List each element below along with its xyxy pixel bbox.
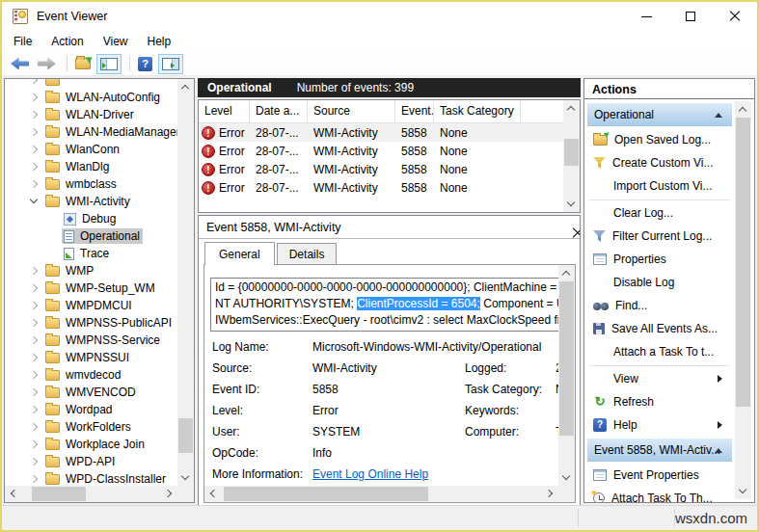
action-item[interactable]: Properties (585, 248, 734, 271)
scroll-up-icon[interactable] (558, 265, 575, 281)
tree-item[interactable]: wmvdecod (5, 366, 177, 384)
menu-view[interactable]: View (94, 32, 138, 51)
tree-item[interactable]: Trace (5, 245, 177, 262)
forward-arrow-button[interactable] (35, 55, 59, 73)
tree-item[interactable]: WlanConn (5, 141, 177, 158)
event-row[interactable]: Error 28-07-... WMI-Activity 5858 None (199, 123, 580, 142)
action-item[interactable]: Refresh (585, 390, 734, 413)
chevron-icon[interactable] (30, 353, 40, 362)
scrollbar-thumb[interactable] (224, 487, 428, 501)
action-item[interactable]: Import Custom Vi... (585, 174, 734, 198)
open-saved-log-button[interactable] (72, 55, 94, 72)
tree-item[interactable]: WMI-Activity (5, 193, 177, 210)
scrollbar-thumb[interactable] (564, 139, 579, 166)
chevron-icon[interactable] (30, 422, 40, 432)
event-row[interactable]: Error 28-07-... WMI-Activity 5858 None (199, 160, 580, 178)
scroll-down-icon[interactable] (563, 196, 580, 212)
tree-item[interactable]: Wordpad (5, 401, 177, 418)
detail-horizontal-scrollbar[interactable] (204, 486, 558, 502)
action-item[interactable]: View (585, 367, 734, 390)
action-item[interactable]: Create Custom Vi... (585, 151, 734, 174)
scroll-down-icon[interactable] (558, 469, 575, 486)
column-level[interactable]: Level (199, 100, 250, 122)
scroll-up-icon[interactable] (735, 101, 751, 118)
event-row[interactable]: Error 28-07-... WMI-Activity 5858 None (199, 178, 580, 197)
chevron-icon[interactable] (30, 179, 40, 189)
events-vertical-scrollbar[interactable] (563, 100, 580, 212)
tree-item[interactable]: WMPNSS-Service (5, 332, 177, 349)
tree-item[interactable]: WLAN-MediaManager (5, 123, 177, 141)
chevron-icon[interactable] (30, 110, 40, 120)
action-section-header[interactable]: Operational (587, 103, 732, 126)
scroll-left-icon[interactable] (204, 486, 221, 502)
tree-vertical-scrollbar[interactable] (177, 79, 194, 486)
close-button[interactable] (713, 2, 757, 31)
actions-vertical-scrollbar[interactable] (735, 101, 751, 499)
action-item[interactable]: Clear Log... (585, 201, 734, 225)
tree-item[interactable]: WLAN-AutoConfig (5, 89, 177, 106)
tree-item[interactable]: WMPNSSUI (5, 349, 177, 366)
action-item[interactable]: Find... (585, 294, 734, 317)
action-item[interactable]: Help (585, 413, 734, 437)
chevron-icon[interactable] (30, 283, 40, 293)
tree-item[interactable] (5, 78, 177, 89)
menu-help[interactable]: Help (138, 32, 181, 51)
scroll-right-icon[interactable] (542, 486, 558, 502)
help-button[interactable] (135, 54, 155, 74)
scroll-left-icon[interactable] (5, 486, 21, 502)
back-arrow-button[interactable] (8, 55, 32, 73)
chevron-icon[interactable] (30, 474, 40, 484)
menu-file[interactable]: File (4, 32, 41, 51)
tree-horizontal-scrollbar[interactable] (5, 486, 177, 502)
minimize-button[interactable] (624, 2, 668, 31)
tree-item[interactable]: WorkFolders (5, 418, 177, 436)
action-item[interactable]: Open Saved Log... (585, 128, 734, 151)
tree-item[interactable]: WMP-Setup_WM (5, 279, 177, 297)
column-date[interactable]: Date a... (250, 100, 308, 122)
chevron-icon[interactable] (30, 370, 40, 380)
action-item[interactable]: Attach a Task To t... (585, 340, 734, 363)
tree-item[interactable]: WMPDMCUI (5, 297, 177, 314)
detail-vertical-scrollbar[interactable] (558, 265, 575, 486)
scroll-right-icon[interactable] (161, 486, 177, 502)
tree-item[interactable]: WMPNSS-PublicAPI (5, 314, 177, 332)
tree-item[interactable]: WMP (5, 262, 177, 279)
chevron-icon[interactable] (30, 197, 40, 206)
tree-item[interactable]: Workplace Join (5, 436, 177, 453)
chevron-icon[interactable] (30, 93, 40, 102)
tree-item[interactable]: Debug (5, 210, 177, 227)
tree-item[interactable]: wmbclass (5, 175, 177, 193)
chevron-icon[interactable] (30, 335, 40, 345)
chevron-icon[interactable] (30, 387, 40, 397)
tree-item[interactable]: Operational (5, 227, 177, 245)
menu-action[interactable]: Action (41, 32, 93, 51)
scrollbar-thumb[interactable] (736, 118, 750, 407)
action-section-header[interactable]: Event 5858, WMI-Activ... (587, 439, 732, 462)
collapse-triangle-icon[interactable] (715, 113, 722, 118)
show-action-pane-button[interactable] (158, 54, 183, 74)
scroll-up-icon[interactable] (563, 100, 580, 117)
action-item[interactable]: Save All Events As... (585, 317, 734, 340)
event-row[interactable]: Error 28-07-... WMI-Activity 5858 None (199, 142, 580, 160)
scrollbar-thumb[interactable] (559, 281, 574, 436)
action-item[interactable]: Disable Log (585, 271, 734, 294)
tree-item[interactable]: WLAN-Driver (5, 106, 177, 123)
column-event-id[interactable]: Event... (395, 100, 434, 122)
column-task-category[interactable]: Task Category (434, 100, 521, 122)
chevron-icon[interactable] (30, 457, 40, 466)
chevron-icon[interactable] (30, 145, 40, 154)
action-item[interactable]: Filter Current Log... (585, 225, 734, 248)
event-description[interactable]: Id = {00000000-0000-0000-0000-0000000000… (210, 278, 561, 332)
scroll-down-icon[interactable] (177, 469, 194, 486)
chevron-icon[interactable] (30, 405, 40, 414)
chevron-icon[interactable] (30, 439, 40, 449)
tree-item[interactable]: WMVENCOD (5, 384, 177, 401)
scroll-down-icon[interactable] (735, 483, 751, 499)
tab-details[interactable]: Details (277, 243, 338, 264)
action-item[interactable]: Attach Task To Th... (585, 487, 734, 503)
collapse-triangle-icon[interactable] (715, 448, 722, 453)
tree-item[interactable]: WPD-API (5, 453, 177, 470)
column-source[interactable]: Source (308, 100, 395, 122)
tab-general[interactable]: General (204, 242, 275, 265)
chevron-icon[interactable] (30, 162, 40, 172)
